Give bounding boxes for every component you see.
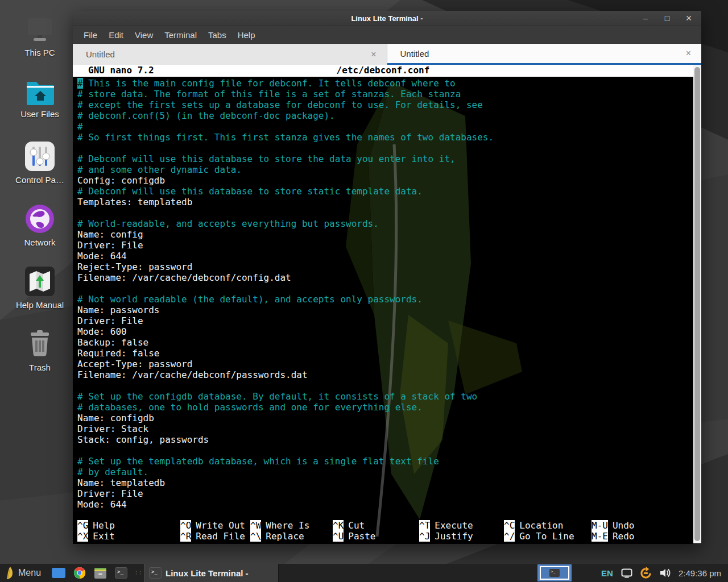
desktop-icon-label: Network: [7, 238, 73, 247]
shortcut-column: ^KCut^UPaste: [333, 520, 419, 542]
shortcut-key: M-E: [592, 531, 608, 542]
desktop-icon-trash[interactable]: Trash: [7, 329, 73, 372]
editor-line: # So first things first. This first stan…: [77, 132, 693, 143]
taskbar-window-title: Linux Lite Terminal -: [166, 568, 249, 578]
editor-line: #: [77, 121, 693, 132]
taskbar-clock[interactable]: 2:49:36 pm: [679, 568, 721, 578]
editor-line: Required: false: [77, 348, 693, 359]
menu-button[interactable]: Menu: [18, 568, 41, 578]
linux-lite-logo-icon[interactable]: [5, 566, 15, 580]
chrome-launcher-icon[interactable]: [73, 567, 86, 579]
tab-untitled-2[interactable]: Untitled ×: [387, 44, 702, 65]
nano-editor-buffer[interactable]: # This is the main config file for debco…: [73, 78, 693, 510]
editor-line: Driver: File: [77, 240, 693, 251]
editor-line: Name: config: [77, 229, 693, 240]
scrollbar[interactable]: [693, 65, 701, 543]
trash-icon: [24, 329, 55, 359]
panel-handle[interactable]: ⋮⋮: [134, 570, 142, 576]
editor-line: # Not world readable (the default), and …: [77, 294, 693, 305]
nano-shortcut: ^UPaste: [333, 531, 419, 542]
editor-line: Mode: 600: [77, 326, 693, 337]
editor-line: # Set up the templatedb database, which …: [77, 456, 693, 467]
display-settings-icon[interactable]: [621, 568, 632, 578]
shortcut-key: ^R: [180, 531, 191, 542]
keyboard-layout-indicator[interactable]: EN: [601, 568, 613, 578]
editor-line: [77, 445, 693, 456]
shortcut-key: ^O: [180, 520, 191, 531]
control-panel-icon: [24, 141, 55, 172]
editor-line: [77, 283, 693, 294]
volume-icon[interactable]: [659, 568, 671, 578]
shortcut-label: Help: [93, 520, 115, 531]
maximize-button[interactable]: □: [663, 14, 672, 22]
shortcut-column: ^CLocation^/Go To Line: [504, 520, 592, 542]
shortcut-label: Read File: [196, 531, 245, 542]
editor-line: # Set up the configdb database. By defau…: [77, 391, 693, 402]
nano-shortcut: ^XExit: [77, 531, 180, 542]
shortcut-column: ^TExecute^JJustify: [419, 520, 504, 542]
desktop-icon-user-files[interactable]: User Files: [7, 78, 73, 119]
shortcut-label: Go To Line: [519, 531, 574, 542]
editor-line: Filename: /var/cache/debconf/passwords.d…: [77, 369, 693, 380]
terminal-launcher-icon[interactable]: >_: [115, 567, 127, 579]
workspace-pager[interactable]: >_: [537, 564, 572, 581]
tab-label: Untitled: [400, 49, 684, 59]
shortcut-key: ^\: [250, 531, 261, 542]
editor-line: Mode: 644: [77, 251, 693, 261]
desktop-icon-this-pc[interactable]: This PC: [7, 16, 73, 57]
shortcut-key: ^G: [77, 520, 88, 531]
menu-item-view[interactable]: View: [129, 28, 159, 42]
taskbar-window-button[interactable]: >_ Linux Lite Terminal -: [144, 564, 279, 582]
scrollbar-thumb[interactable]: [694, 67, 700, 541]
window-titlebar[interactable]: Linux Lite Terminal - – □ ×: [73, 11, 701, 26]
editor-line: Name: templatedb: [77, 477, 693, 488]
shortcut-label: Paste: [348, 531, 375, 542]
editor-line: Name: configdb: [77, 413, 693, 423]
taskbar: Menu: [0, 564, 728, 582]
tab-bar: Untitled × Untitled ×: [73, 44, 701, 65]
menu-bar: FileEditViewTerminalTabsHelp: [73, 26, 701, 44]
editor-line: # Debconf will use this database to stor…: [77, 186, 693, 197]
nano-titlebar: GNU nano 7.2 /etc/debconf.conf: [73, 65, 693, 77]
menu-item-tabs[interactable]: Tabs: [202, 28, 232, 42]
desktop-icon-control-panel[interactable]: Control Pa…: [7, 141, 73, 185]
update-notifier-icon[interactable]: [639, 567, 652, 580]
editor-line: # This is the main config file for debco…: [77, 78, 693, 89]
editor-line: Name: passwords: [77, 305, 693, 315]
shortcut-key: ^U: [333, 531, 344, 542]
editor-line: Driver: Stack: [77, 423, 693, 434]
nano-shortcut: M-UUndo: [592, 520, 691, 531]
desktop-icon-label: Help Manual: [7, 300, 73, 310]
minimize-button[interactable]: –: [641, 14, 650, 22]
tab-untitled-1[interactable]: Untitled ×: [73, 44, 387, 65]
editor-line: Stack: config, passwords: [77, 434, 693, 445]
editor-line: # Debconf will use this database to stor…: [77, 153, 693, 164]
menu-item-help[interactable]: Help: [232, 28, 261, 42]
tab-close-icon[interactable]: ×: [369, 49, 378, 60]
nano-shortcut: M-ERedo: [592, 531, 691, 542]
terminal-screen[interactable]: GNU nano 7.2 /etc/debconf.conf # This is…: [73, 65, 693, 543]
desktop-icon-help-manual[interactable]: Help Manual: [7, 266, 73, 310]
editor-line: Backup: false: [77, 337, 693, 348]
shortcut-key: M-U: [592, 520, 608, 531]
editor-line: [77, 380, 693, 391]
network-globe-icon: [24, 203, 55, 234]
menu-item-terminal[interactable]: Terminal: [159, 28, 202, 42]
show-desktop-button[interactable]: [52, 568, 65, 578]
editor-line: # and some other dynamic data.: [77, 164, 693, 175]
menu-item-edit[interactable]: Edit: [103, 28, 129, 42]
menu-item-file[interactable]: File: [78, 28, 103, 42]
this-pc-monitor-icon: [24, 16, 56, 44]
nano-shortcut-bar: ^GHelp^XExit^OWrite Out^RRead File^WWher…: [77, 520, 691, 542]
editor-line: # except the first sets up a database fo…: [77, 99, 693, 110]
nano-shortcut: ^RRead File: [180, 531, 250, 542]
shortcut-label: Justify: [435, 531, 473, 542]
file-manager-launcher-icon[interactable]: [94, 567, 107, 579]
nano-shortcut: ^/Go To Line: [504, 531, 592, 542]
desktop-icon-network[interactable]: Network: [7, 203, 73, 247]
close-button[interactable]: ×: [684, 13, 693, 23]
editor-line: # World-readable, and accepts everything…: [77, 218, 693, 229]
text-cursor: #: [77, 78, 83, 89]
shortcut-label: Exit: [93, 531, 115, 542]
tab-close-icon[interactable]: ×: [684, 48, 693, 59]
